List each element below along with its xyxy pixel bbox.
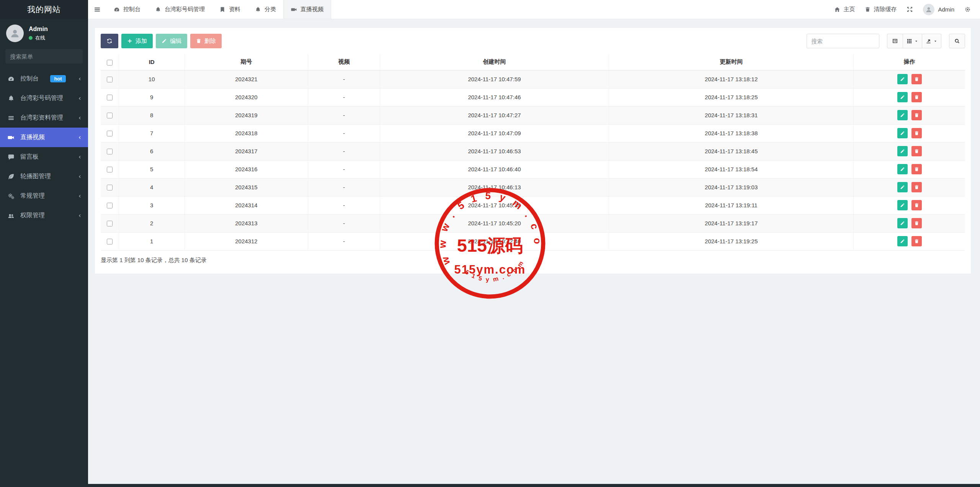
trash-icon: [914, 221, 919, 226]
row-checkbox[interactable]: [107, 95, 113, 100]
row-edit-button[interactable]: [897, 218, 908, 228]
home-link[interactable]: 主页: [834, 6, 855, 13]
topbar-tab[interactable]: 资料: [212, 0, 248, 19]
chevron-left-icon: [77, 194, 82, 198]
trash-icon: [196, 38, 201, 44]
row-edit-button[interactable]: [897, 236, 908, 246]
search-toggle-button[interactable]: [949, 34, 965, 48]
row-delete-button[interactable]: [911, 200, 922, 210]
export-button[interactable]: [922, 34, 941, 48]
table-search-input[interactable]: [807, 34, 879, 48]
cell-issue: 2024313: [185, 214, 308, 232]
user-panel: Admin 在线: [0, 19, 88, 47]
clear-cache-link[interactable]: 清除缓存: [865, 6, 897, 13]
sidebar-item-icon: [8, 154, 15, 161]
row-checkbox[interactable]: [107, 185, 113, 190]
cell-updated-time: 2024-11-17 13:19:03: [609, 178, 854, 196]
add-button[interactable]: 添加: [121, 34, 153, 48]
row-edit-button[interactable]: [897, 164, 908, 174]
row-edit-button[interactable]: [897, 182, 908, 192]
sidebar-item[interactable]: 轮播图管理: [0, 167, 88, 186]
pencil-icon: [900, 221, 905, 226]
topbar-user-name: Admin: [938, 6, 954, 13]
row-checkbox[interactable]: [107, 149, 113, 154]
settings-button[interactable]: [964, 6, 971, 13]
row-checkbox[interactable]: [107, 131, 113, 136]
tab-icon: [291, 7, 297, 13]
row-edit-button[interactable]: [897, 74, 908, 84]
clear-cache-label: 清除缓存: [874, 6, 897, 13]
card-toolbar-right: [807, 34, 965, 48]
refresh-button[interactable]: [101, 34, 118, 48]
trash-icon: [914, 239, 919, 244]
cell-video: -: [308, 106, 380, 124]
sidebar-item[interactable]: 台湾彩资料管理: [0, 108, 88, 128]
menu-icon: [94, 6, 101, 13]
row-edit-button[interactable]: [897, 110, 908, 120]
tab-icon: [219, 7, 225, 13]
cell-created-time: 2024-11-17 10:47:27: [380, 106, 609, 124]
row-edit-button[interactable]: [897, 200, 908, 210]
topbar-tab[interactable]: 直播视频: [283, 0, 331, 19]
row-edit-button[interactable]: [897, 128, 908, 138]
topbar-tab[interactable]: 台湾彩号码管理: [148, 0, 212, 19]
cell-video: -: [308, 196, 380, 214]
row-delete-button[interactable]: [911, 110, 922, 120]
row-checkbox[interactable]: [107, 203, 113, 208]
row-delete-button[interactable]: [911, 92, 922, 102]
sidebar-item[interactable]: 留言板: [0, 147, 88, 167]
sidebar-menu: 控制台 hot 台湾彩号码管理 台湾彩资料管理 直播视频 留言板 轮播图管理 常…: [0, 69, 88, 225]
pencil-icon: [900, 95, 905, 100]
cell-video: -: [308, 214, 380, 232]
detail-view-button[interactable]: [887, 34, 903, 48]
tab-label: 控制台: [123, 6, 140, 13]
chevron-left-icon: [77, 77, 82, 81]
row-delete-button[interactable]: [911, 218, 922, 228]
row-delete-button[interactable]: [911, 164, 922, 174]
topbar-tab[interactable]: 分类: [248, 0, 283, 19]
select-all-checkbox[interactable]: [107, 60, 113, 66]
user-menu[interactable]: Admin: [923, 4, 954, 15]
fullscreen-button[interactable]: [906, 6, 913, 13]
sidebar-item[interactable]: 台湾彩号码管理: [0, 89, 88, 108]
edit-button[interactable]: 编辑: [156, 34, 187, 48]
cell-issue: 2024318: [185, 124, 308, 142]
export-icon: [926, 38, 931, 44]
row-delete-button[interactable]: [911, 128, 922, 138]
cell-id: 5: [119, 160, 185, 178]
row-delete-button[interactable]: [911, 74, 922, 84]
person-icon: [925, 6, 933, 13]
hamburger-button[interactable]: [88, 0, 106, 19]
tab-label: 分类: [265, 6, 276, 13]
trash-icon: [914, 95, 919, 100]
row-delete-button[interactable]: [911, 236, 922, 246]
topbar-tab[interactable]: 控制台: [106, 0, 148, 19]
sidebar-item[interactable]: 权限管理: [0, 206, 88, 225]
row-edit-button[interactable]: [897, 92, 908, 102]
trash-icon: [914, 203, 919, 208]
row-delete-button[interactable]: [911, 146, 922, 156]
columns-button[interactable]: [903, 34, 922, 48]
pencil-icon: [900, 149, 905, 154]
row-delete-button[interactable]: [911, 182, 922, 192]
sidebar-search-input[interactable]: [10, 53, 86, 60]
row-edit-button[interactable]: [897, 146, 908, 156]
row-checkbox[interactable]: [107, 77, 113, 82]
row-checkbox[interactable]: [107, 239, 113, 244]
row-checkbox[interactable]: [107, 167, 113, 172]
delete-button[interactable]: 删除: [190, 34, 222, 48]
sidebar-item[interactable]: 常规管理: [0, 186, 88, 206]
select-all-header: [101, 54, 119, 70]
cell-updated-time: 2024-11-17 13:18:12: [609, 70, 854, 88]
sidebar-item[interactable]: 直播视频: [0, 128, 88, 147]
brand-title: 我的网站: [0, 0, 88, 19]
row-checkbox[interactable]: [107, 113, 113, 118]
row-checkbox[interactable]: [107, 221, 113, 226]
cell-created-time: 2024-11-17 10:47:09: [380, 124, 609, 142]
refresh-icon: [106, 38, 113, 44]
user-name: Admin: [29, 26, 48, 33]
cell-issue: 2024316: [185, 160, 308, 178]
column-header: ID: [119, 54, 185, 70]
sidebar-item[interactable]: 控制台 hot: [0, 69, 88, 89]
delete-label: 删除: [204, 38, 216, 45]
